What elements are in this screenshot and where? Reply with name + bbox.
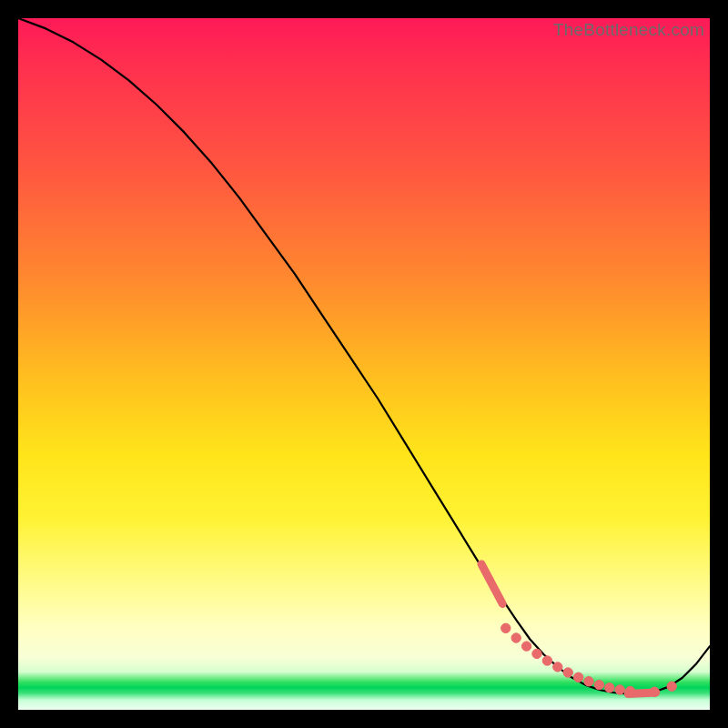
highlight-dot <box>605 683 614 693</box>
highlight-dot <box>553 662 562 672</box>
highlight-dot <box>542 656 551 665</box>
highlight-dot <box>594 680 603 689</box>
bottleneck-curve <box>18 18 710 694</box>
highlight-dot <box>511 633 521 642</box>
chart-frame: TheBottleneck.com <box>0 0 728 728</box>
chart-plot-area: TheBottleneck.com <box>18 18 710 710</box>
highlight-dot <box>615 685 624 694</box>
highlight-cap <box>628 693 655 694</box>
highlight-cap <box>481 564 502 604</box>
highlight-dot <box>667 682 676 691</box>
highlight-dot <box>563 668 572 677</box>
chart-overlay-svg <box>18 18 710 710</box>
highlight-dot <box>501 623 511 632</box>
highlight-dot <box>584 677 593 686</box>
highlight-dot <box>573 672 582 682</box>
highlight-dot <box>521 642 531 651</box>
highlight-dot <box>532 649 541 658</box>
